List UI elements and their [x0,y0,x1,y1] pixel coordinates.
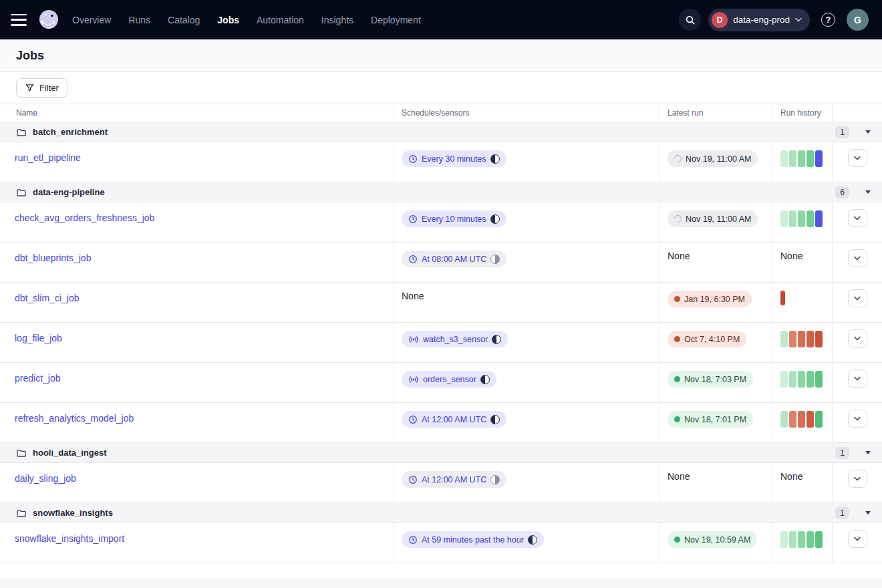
nav-item-catalog[interactable]: Catalog [168,15,200,25]
run-history-bar[interactable] [780,150,788,167]
run-history-bar[interactable] [798,210,805,227]
run-history-bar[interactable] [798,371,805,388]
run-history-bar[interactable] [815,531,823,548]
schedule-toggle[interactable] [492,335,501,344]
schedule-toggle[interactable] [490,475,500,484]
sensor-pill[interactable]: orders_sensor [402,371,496,388]
latest-run-pill[interactable]: Oct 7, 4:10 PM [668,331,746,347]
job-name-link[interactable]: daily_sling_job [15,473,76,484]
run-history-bar[interactable] [789,411,796,428]
latest-run-pill[interactable]: Jan 19, 6:30 PM [668,291,752,307]
filter-button[interactable]: Filter [16,78,67,98]
run-history-bar[interactable] [780,210,788,227]
run-history-bars[interactable] [780,411,823,428]
run-history-bar[interactable] [806,531,814,548]
schedule-pill[interactable]: At 12:00 AM UTC [402,471,506,488]
latest-run-pill[interactable]: Nov 18, 7:01 PM [668,411,753,428]
row-expand-button[interactable] [848,149,867,167]
job-name-link[interactable]: log_file_job [15,333,62,343]
run-history-bar[interactable] [815,411,823,428]
schedule-toggle[interactable] [480,375,490,384]
row-expand-button[interactable] [848,530,867,548]
run-history-bar[interactable] [780,371,788,388]
run-history-bar[interactable] [798,150,805,167]
nav-item-runs[interactable]: Runs [128,15,150,25]
run-history-bars[interactable] [780,291,785,305]
group-row[interactable]: hooli_data_ingest 1 [0,443,882,463]
run-history-bar[interactable] [789,331,796,347]
run-history-bar[interactable] [806,210,814,227]
run-history-bar[interactable] [780,291,785,305]
sensor-pill[interactable]: watch_s3_sensor [402,331,508,347]
run-history-bar[interactable] [806,371,814,388]
group-row[interactable]: data-eng-pipeline 6 [0,182,882,202]
row-expand-button[interactable] [848,329,867,347]
row-expand-button[interactable] [848,470,867,488]
job-name-link[interactable]: predict_job [15,373,61,384]
group-row[interactable]: batch_enrichment 1 [0,122,882,142]
run-history-bar[interactable] [798,531,805,548]
job-name-link[interactable]: snowflake_insights_import [15,533,124,544]
job-name-link[interactable]: run_etl_pipeline [15,152,81,163]
run-history-bar[interactable] [806,331,814,347]
nav-item-jobs[interactable]: Jobs [217,15,239,25]
run-history-bar[interactable] [806,150,814,167]
caret-down-icon[interactable] [865,511,871,514]
schedule-pill[interactable]: Every 10 minutes [402,210,506,227]
run-history-bar[interactable] [789,150,796,167]
schedule-pill[interactable]: At 12:00 AM UTC [402,411,506,428]
run-history-bars[interactable] [780,371,823,388]
schedule-toggle[interactable] [490,154,500,164]
hamburger-menu-icon[interactable] [11,14,27,26]
run-history-bar[interactable] [798,411,805,428]
row-expand-button[interactable] [848,209,867,227]
nav-item-insights[interactable]: Insights [321,15,353,25]
run-history-bar[interactable] [789,531,796,548]
schedule-pill[interactable]: At 59 minutes past the hour [402,531,544,548]
run-history-bars[interactable] [780,531,823,548]
run-history-bar[interactable] [780,531,788,548]
run-history-bars[interactable] [780,150,823,167]
run-history-bars[interactable] [780,331,823,347]
job-name-link[interactable]: check_avg_orders_freshness_job [15,212,154,223]
nav-item-overview[interactable]: Overview [72,15,111,25]
schedule-toggle[interactable] [490,415,500,424]
row-expand-button[interactable] [848,289,867,307]
search-button[interactable] [679,9,701,31]
run-history-bars[interactable] [780,210,823,227]
caret-down-icon[interactable] [865,190,871,194]
run-history-bar[interactable] [815,150,823,167]
latest-run-pill[interactable]: Nov 19, 11:00 AM [668,150,758,167]
nav-item-deployment[interactable]: Deployment [371,15,421,25]
run-history-bar[interactable] [780,331,788,347]
row-expand-button[interactable] [848,370,867,388]
schedule-toggle[interactable] [528,535,537,545]
row-expand-button[interactable] [848,410,867,428]
schedule-pill[interactable]: At 08:00 AM UTC [402,251,506,267]
nav-item-automation[interactable]: Automation [257,15,304,25]
run-history-bar[interactable] [780,411,788,428]
schedule-toggle[interactable] [490,255,500,264]
run-history-bar[interactable] [789,371,796,388]
latest-run-pill[interactable]: Nov 19, 11:00 AM [668,210,758,227]
caret-down-icon[interactable] [865,130,871,134]
run-history-bar[interactable] [815,331,823,347]
group-row[interactable]: snowflake_insights 1 [0,503,882,523]
run-history-bar[interactable] [815,371,823,388]
job-name-link[interactable]: dbt_blueprints_job [15,253,91,263]
user-avatar[interactable]: G [847,9,869,31]
latest-run-pill[interactable]: Nov 19, 10:59 AM [668,531,757,548]
schedule-toggle[interactable] [490,214,500,224]
workspace-selector[interactable]: D data-eng-prod [708,9,810,31]
run-history-bar[interactable] [806,411,814,428]
schedule-pill[interactable]: Every 30 minutes [402,150,506,167]
run-history-bar[interactable] [815,210,823,227]
row-expand-button[interactable] [848,249,867,267]
run-history-bar[interactable] [798,331,805,347]
job-name-link[interactable]: refresh_analytics_model_job [15,413,134,424]
latest-run-pill[interactable]: Nov 18, 7:03 PM [668,371,753,388]
help-button[interactable]: ? [817,9,839,31]
dagster-logo-icon[interactable] [36,7,61,33]
job-name-link[interactable]: dbt_slim_ci_job [15,293,80,303]
run-history-bar[interactable] [789,210,796,227]
